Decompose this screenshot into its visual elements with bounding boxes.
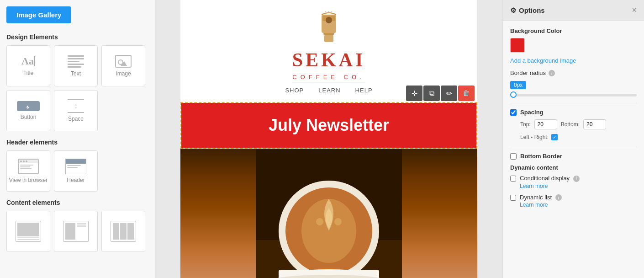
brand-sub: COFFEE CO. xyxy=(292,72,365,82)
lr-label: Left - Right: xyxy=(520,134,549,140)
canvas-content: SEKAI COFFEE CO. SHOP LEARN HELP ✛ ⧉ ✏ 🗑… xyxy=(180,0,477,278)
conditional-display-option: Conditional display i Learn more xyxy=(510,175,637,189)
bottom-border-row: Bottom Border xyxy=(510,153,637,160)
top-spacing-input[interactable] xyxy=(534,119,557,129)
hero-block[interactable]: ✛ ⧉ ✏ 🗑 July Newsletter xyxy=(180,102,477,149)
svg-point-10 xyxy=(316,218,323,225)
design-elements-grid: Aa Title Text Image xyxy=(6,45,148,131)
bottom-border-label: Bottom Border xyxy=(520,153,562,160)
conditional-display-checkbox[interactable] xyxy=(510,176,516,182)
divider-1 xyxy=(510,103,637,103)
spacing-checkbox-label: Spacing xyxy=(520,109,544,116)
text-card-label: Text xyxy=(71,70,81,77)
coffee-cup-icon xyxy=(315,11,343,45)
nav-bar: SHOP LEARN HELP xyxy=(285,82,372,96)
move-button[interactable]: ✛ xyxy=(406,86,422,101)
dynamic-content-section: Dynamic content Conditional display i Le… xyxy=(510,164,637,208)
view-in-browser-card[interactable]: View in browser xyxy=(6,150,50,192)
spacing-inputs-row: Top: Bottom: xyxy=(510,119,637,129)
dynamic-list-info-icon[interactable]: i xyxy=(555,194,562,201)
hero-banner: July Newsletter xyxy=(181,103,476,148)
copy-button[interactable]: ⧉ xyxy=(423,86,440,101)
view-in-browser-icon xyxy=(18,159,39,174)
border-radius-info-icon[interactable]: i xyxy=(549,70,555,76)
content-elements-label: Content elements xyxy=(6,199,148,206)
gear-icon: ⚙ xyxy=(510,6,516,15)
border-radius-slider[interactable] xyxy=(510,94,637,96)
border-radius-value-row: 0px xyxy=(510,81,637,89)
panel-header: ⚙ Options × xyxy=(503,0,644,21)
space-element-card[interactable]: ↕ Space xyxy=(54,90,98,131)
text-icon xyxy=(68,55,84,68)
design-elements-label: Design Elements xyxy=(6,33,148,41)
text-element-card[interactable]: Text xyxy=(54,45,98,86)
title-element-card[interactable]: Aa Title xyxy=(6,45,50,86)
dynamic-list-learn-link[interactable]: Learn more xyxy=(520,202,562,208)
background-color-swatch[interactable] xyxy=(510,38,525,53)
content-icon-1 xyxy=(16,221,41,242)
bottom-spacing-input[interactable] xyxy=(583,119,606,129)
header-card[interactable]: Header xyxy=(54,150,98,192)
lr-row: Left - Right: ✓ xyxy=(510,134,637,140)
image-gallery-button[interactable]: Image Gallery xyxy=(6,6,71,23)
spacing-checkbox[interactable] xyxy=(510,109,517,116)
add-background-image-link[interactable]: Add a background image xyxy=(510,57,637,64)
coffee-latte-svg xyxy=(256,149,402,278)
content-icon-2 xyxy=(63,221,89,242)
edit-button[interactable]: ✏ xyxy=(441,86,457,101)
brand-name: SEKAI xyxy=(292,49,366,71)
dynamic-list-label: Dynamic list i xyxy=(520,194,562,201)
svg-point-2 xyxy=(326,17,332,23)
nav-learn[interactable]: LEARN xyxy=(318,87,340,94)
lr-checkbox[interactable]: ✓ xyxy=(551,134,558,140)
svg-rect-4 xyxy=(324,35,333,42)
dynamic-list-option: Dynamic list i Learn more xyxy=(510,194,637,208)
border-radius-label: Border radius xyxy=(510,70,546,76)
header-elements-grid: View in browser Header xyxy=(6,150,148,192)
content-card-1[interactable] xyxy=(6,211,50,252)
border-radius-row: Border radius i xyxy=(510,70,637,76)
title-card-label: Title xyxy=(23,70,33,76)
title-icon: Aa xyxy=(21,55,35,67)
coffee-photo xyxy=(180,149,477,278)
hero-title: July Newsletter xyxy=(189,116,469,135)
header-elements-label: Header elements xyxy=(6,139,148,146)
conditional-learn-link[interactable]: Learn more xyxy=(520,183,580,189)
bottom-label: Bottom: xyxy=(561,121,580,128)
image-element-card[interactable]: Image xyxy=(101,45,145,86)
dynamic-list-checkbox[interactable] xyxy=(510,195,516,201)
border-radius-value-badge: 0px xyxy=(510,81,526,89)
space-card-label: Space xyxy=(68,116,84,122)
content-card-2[interactable] xyxy=(54,211,98,252)
space-icon: ↕ xyxy=(68,99,84,113)
background-color-label: Background Color xyxy=(510,27,637,34)
content-card-3[interactable] xyxy=(101,211,145,252)
nav-shop[interactable]: SHOP xyxy=(285,87,304,94)
dynamic-content-label: Dynamic content xyxy=(510,164,637,171)
nav-help[interactable]: HELP xyxy=(355,87,373,94)
content-icon-3 xyxy=(111,221,136,242)
right-panel: ⚙ Options × Background Color Add a backg… xyxy=(502,0,644,278)
top-label: Top: xyxy=(520,121,531,128)
bottom-border-checkbox[interactable] xyxy=(510,153,517,160)
main-canvas: SEKAI COFFEE CO. SHOP LEARN HELP ✛ ⧉ ✏ 🗑… xyxy=(155,0,502,278)
delete-button[interactable]: 🗑 xyxy=(458,86,475,101)
block-toolbar: ✛ ⧉ ✏ 🗑 xyxy=(406,86,475,101)
image-card-label: Image xyxy=(116,70,131,77)
content-elements-grid xyxy=(6,211,148,252)
svg-rect-3 xyxy=(323,33,334,35)
left-sidebar: Image Gallery Design Elements Aa Title T… xyxy=(0,0,155,278)
conditional-display-info-icon[interactable]: i xyxy=(573,176,580,182)
header-card-label: Header xyxy=(67,177,84,183)
button-element-card[interactable]: Button xyxy=(6,90,50,131)
header-icon xyxy=(65,159,86,174)
button-icon xyxy=(17,101,40,111)
image-icon xyxy=(115,55,132,68)
button-card-label: Button xyxy=(21,114,37,120)
close-panel-button[interactable]: × xyxy=(632,5,637,15)
view-in-browser-label: View in browser xyxy=(9,177,48,183)
spacing-checkbox-row: Spacing xyxy=(510,109,637,116)
panel-body: Background Color Add a background image … xyxy=(503,21,644,219)
divider-2 xyxy=(510,147,637,147)
panel-title: ⚙ Options xyxy=(510,6,545,15)
